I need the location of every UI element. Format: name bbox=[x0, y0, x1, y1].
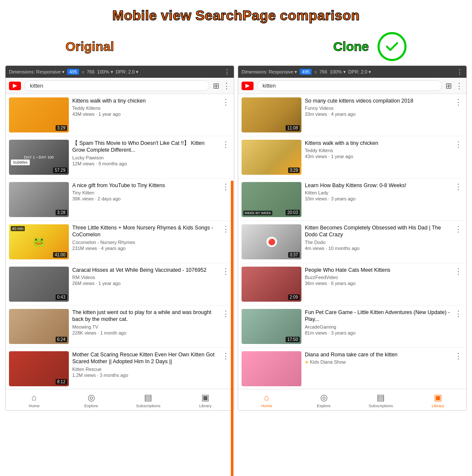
nav-home-original[interactable]: ⌂ Home bbox=[6, 389, 63, 411]
duration-badge: 40 min bbox=[11, 226, 25, 231]
video-list-clone[interactable]: 11:08 So many cute kittens videos compil… bbox=[238, 94, 466, 389]
home-icon: ⌂ bbox=[32, 393, 37, 403]
page-title: Mobile view SearchPage comparison bbox=[0, 0, 472, 27]
bottom-nav-original: ⌂ Home ◎ Explore ▤ Subscriptions ▣ Libra… bbox=[6, 389, 234, 411]
subtitles-badge: Subtitles bbox=[11, 159, 30, 165]
video-more-btn[interactable]: ⋮ bbox=[454, 351, 463, 361]
video-meta: 36m views · 6 years ago bbox=[305, 281, 450, 286]
subscriptions-icon: ▤ bbox=[144, 392, 152, 403]
video-more-btn[interactable]: ⋮ bbox=[221, 97, 230, 107]
duration-badge: 57:29 bbox=[53, 167, 67, 173]
video-more-btn[interactable]: ⋮ bbox=[221, 224, 230, 234]
nav-explore-original[interactable]: ◎ Explore bbox=[63, 389, 120, 411]
video-more-btn[interactable]: ⋮ bbox=[221, 351, 230, 361]
nav-library-original[interactable]: ▣ Library bbox=[177, 389, 234, 411]
video-more-btn[interactable]: ⋮ bbox=[221, 267, 230, 276]
video-title: Learn How Baby Kittens Grow: 0-8 Weeks! bbox=[305, 182, 450, 189]
video-item[interactable]: 2:09 People Who Hate Cats Meet Kittens B… bbox=[238, 263, 466, 306]
yt-app-original: ⊞ ⋮ 3:29 Kittens walk with a tiny chicke… bbox=[6, 78, 234, 411]
video-item[interactable]: Diana and Roma take care of the kitten ★… bbox=[238, 348, 466, 389]
video-more-btn[interactable]: ⋮ bbox=[454, 309, 463, 318]
more-icon-original[interactable]: ⋮ bbox=[223, 81, 230, 91]
search-input-original[interactable] bbox=[24, 80, 209, 91]
video-meta: 39K views · 2 days ago bbox=[72, 196, 218, 201]
filter-icon-clone[interactable]: ⊞ bbox=[445, 81, 452, 91]
video-title: The kitten just went out to play for a w… bbox=[72, 309, 218, 323]
duration-badge: 6:24 bbox=[56, 337, 67, 342]
video-info: People Who Hate Cats Meet Kittens BuzzFe… bbox=[305, 267, 450, 286]
video-more-btn[interactable]: ⋮ bbox=[454, 140, 463, 149]
video-info: 【 Spam This Movie to Who Doesn't Like Ca… bbox=[72, 140, 218, 166]
video-item[interactable]: 3:29 Kittens walk with a tiny chicken Te… bbox=[6, 94, 234, 136]
duration-badge: 3:28 bbox=[56, 210, 67, 215]
toolbar-more-clone[interactable]: ⋮ bbox=[456, 68, 463, 76]
thumbnail: 6:24 bbox=[9, 309, 69, 344]
nav-explore-label: Explore bbox=[317, 403, 330, 408]
video-title: Fun Pet Care Game - Little Kitten Advent… bbox=[305, 309, 450, 323]
video-channel: BuzzFeedVideo bbox=[305, 275, 450, 280]
nav-home-clone[interactable]: ⌂ Home bbox=[238, 389, 295, 411]
vertical-divider bbox=[231, 181, 233, 476]
nav-explore-clone[interactable]: ◎ Explore bbox=[295, 389, 353, 411]
nav-subscriptions-clone[interactable]: ▤ Subscriptions bbox=[352, 389, 410, 411]
video-list-original[interactable]: 3:29 Kittens walk with a tiny chicken Te… bbox=[6, 94, 234, 389]
filter-icon-original[interactable]: ⊞ bbox=[213, 81, 219, 91]
video-item[interactable]: 3:28 A nice gift from YouTube to Tiny Ki… bbox=[6, 179, 234, 221]
yt-logo-clone bbox=[242, 82, 254, 90]
video-meta: 10m views · 3 years ago bbox=[305, 196, 450, 201]
video-info: So many cute kittens videos compilation … bbox=[305, 97, 450, 117]
thumbnail: 8:12 bbox=[9, 351, 69, 386]
video-more-btn[interactable]: ⋮ bbox=[221, 309, 230, 318]
video-info: Kitten Becomes Completely Obsessed with … bbox=[305, 224, 450, 251]
video-more-btn[interactable]: ⋮ bbox=[221, 182, 230, 191]
toolbar-more-original[interactable]: ⋮ bbox=[224, 68, 230, 76]
video-item[interactable]: 0:43 Caracal Hisses at Vet While Being V… bbox=[6, 263, 234, 306]
video-item[interactable]: 🐸 40 min 41:00 Three Little Kittens + Mo… bbox=[6, 221, 234, 263]
video-more-btn[interactable]: ⋮ bbox=[221, 140, 230, 149]
nav-subscriptions-original[interactable]: ▤ Subscriptions bbox=[120, 389, 177, 411]
video-item[interactable]: 6:24 The kitten just went out to play fo… bbox=[6, 306, 234, 348]
video-channel: Teddy Kittens bbox=[305, 148, 450, 153]
search-input-clone[interactable] bbox=[257, 80, 442, 91]
more-icon-clone[interactable]: ⋮ bbox=[455, 81, 463, 91]
nav-library-label: Library bbox=[199, 403, 212, 408]
video-info: Caracal Hisses at Vet While Being Vaccin… bbox=[72, 267, 218, 286]
nav-subscriptions-label: Subscriptions bbox=[369, 403, 393, 408]
duration-badge: 0:43 bbox=[56, 294, 67, 300]
video-info: Learn How Baby Kittens Grow: 0-8 Weeks! … bbox=[305, 182, 450, 201]
nav-explore-label: Explore bbox=[84, 403, 98, 408]
video-item[interactable]: 17:50 Fun Pet Care Game - Little Kitten … bbox=[238, 306, 466, 348]
duration-badge: 2:09 bbox=[288, 294, 300, 300]
label-original: Original bbox=[65, 39, 114, 54]
video-info: Mother Cat Scaring Rescue Kitten Even He… bbox=[72, 351, 218, 378]
video-channel: Funny Videos bbox=[305, 106, 450, 111]
video-more-btn[interactable]: ⋮ bbox=[454, 182, 463, 191]
duration-badge: 8:12 bbox=[56, 379, 67, 385]
video-item[interactable]: DAY 1→DAY 100 57:29 Subtitles 【 Spam Thi… bbox=[6, 136, 234, 179]
thumbnail bbox=[242, 351, 301, 386]
video-more-btn[interactable]: ⋮ bbox=[454, 97, 463, 107]
yt-app-clone: ⊞ ⋮ 11:08 So many cute kittens videos co… bbox=[238, 78, 466, 411]
video-item[interactable]: 8:12 Mother Cat Scaring Rescue Kitten Ev… bbox=[6, 348, 234, 389]
video-info: Kittens walk with a tiny chicken Teddy K… bbox=[305, 140, 450, 159]
thumbnail: 0:43 bbox=[9, 267, 69, 302]
video-meta: 12M views · 9 months ago bbox=[72, 161, 218, 166]
video-item[interactable]: 🔴 3:37 Kitten Becomes Completely Obsesse… bbox=[238, 221, 466, 263]
video-item[interactable]: WEEK BY WEEK 20:03 Learn How Baby Kitten… bbox=[238, 179, 466, 221]
video-item[interactable]: 3:29 Kittens walk with a tiny chicken Te… bbox=[238, 136, 466, 179]
duration-badge: 11:08 bbox=[286, 125, 300, 131]
nav-library-label: Library bbox=[432, 403, 444, 408]
video-title: Kittens walk with a tiny chicken bbox=[305, 140, 450, 147]
duration-badge: 3:29 bbox=[56, 125, 67, 131]
video-more-btn[interactable]: ⋮ bbox=[454, 224, 463, 234]
video-title: Three Little Kittens + More Nursery Rhym… bbox=[72, 224, 218, 238]
yt-logo-original bbox=[9, 82, 21, 90]
video-channel: Kitten Lady bbox=[305, 190, 450, 195]
bottom-nav-clone: ⌂ Home ◎ Explore ▤ Subscriptions ▣ Libra… bbox=[238, 389, 466, 411]
thumbnail: WEEK BY WEEK 20:03 bbox=[242, 182, 301, 217]
video-title: Caracal Hisses at Vet While Being Vaccin… bbox=[72, 267, 218, 273]
height-clone: 766 bbox=[319, 69, 327, 74]
video-item[interactable]: 11:08 So many cute kittens videos compil… bbox=[238, 94, 466, 136]
video-more-btn[interactable]: ⋮ bbox=[454, 267, 463, 276]
nav-library-clone[interactable]: ▣ Library bbox=[410, 389, 467, 411]
